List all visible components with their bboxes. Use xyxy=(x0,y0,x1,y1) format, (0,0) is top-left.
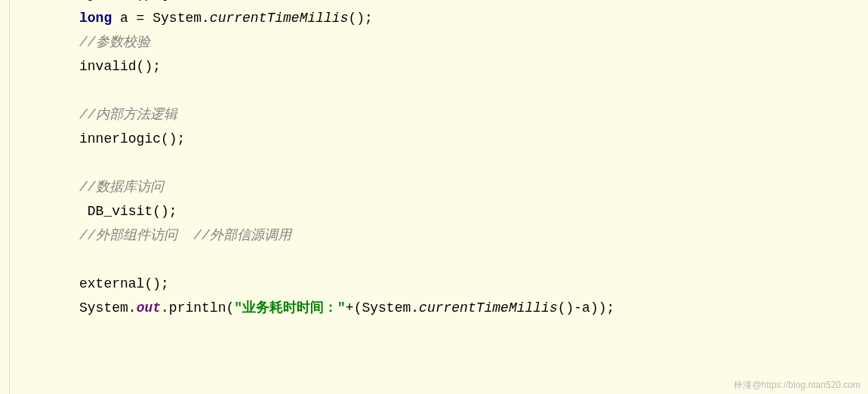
code-text: a = System. xyxy=(112,11,210,26)
code-text: invalid(); xyxy=(79,59,161,74)
blank-line xyxy=(15,151,853,175)
blank-line xyxy=(15,78,853,103)
code-text: (); xyxy=(348,11,372,26)
code-line: long a = System.currentTimeMillis(); xyxy=(15,6,853,30)
code-line: invalid(); xyxy=(15,54,853,78)
comment-line: //数据库访问 xyxy=(15,175,853,199)
code-text: String home() { xyxy=(45,0,168,2)
code-line: System.out.println("业务耗时时间："+(System.cur… xyxy=(15,296,853,320)
comment: //内部方法逻辑 xyxy=(79,107,177,122)
blank-line xyxy=(15,248,853,272)
code-line: external(); xyxy=(15,272,853,296)
string-literal: "业务耗时时间：" xyxy=(234,300,346,316)
field-access: out xyxy=(137,300,161,316)
watermark: 梓潼@https://blog.ntan520.com xyxy=(734,379,860,392)
code-text: .println( xyxy=(161,300,234,316)
gutter-divider xyxy=(9,0,10,394)
comment: //参数校验 xyxy=(79,35,150,50)
comment-line: //参数校验 xyxy=(15,30,853,54)
comment-line: //内部方法逻辑 xyxy=(15,103,853,127)
method-call: currentTimeMillis xyxy=(419,300,558,316)
code-text: external(); xyxy=(79,276,169,291)
keyword: long xyxy=(79,11,112,26)
code-line: innerlogic(); xyxy=(15,127,853,151)
code-text: +(System. xyxy=(346,300,419,316)
comment: //数据库访问 xyxy=(79,180,164,195)
comment: //外部组件访问 //外部信源调用 xyxy=(79,228,291,243)
code-text: innerlogic(); xyxy=(79,131,185,146)
method-call: currentTimeMillis xyxy=(210,11,349,26)
code-text: ()-a)); xyxy=(558,300,615,316)
code-editor: String home() { long a = System.currentT… xyxy=(0,0,868,394)
code-text: DB_visit(); xyxy=(79,204,177,219)
code-text: System. xyxy=(79,300,137,316)
code-line: DB_visit(); xyxy=(15,199,853,223)
partial-line: String home() { xyxy=(15,0,853,6)
comment-line: //外部组件访问 //外部信源调用 xyxy=(15,223,853,248)
